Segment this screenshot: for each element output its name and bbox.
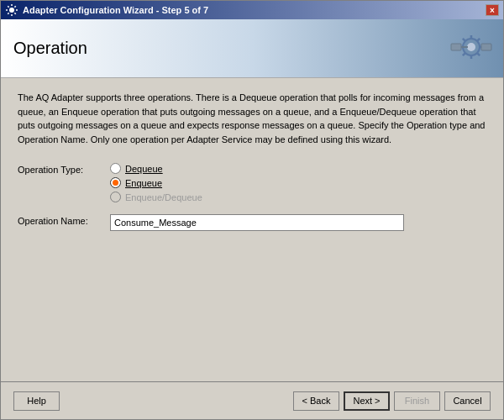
finish-button: Finish (394, 391, 440, 411)
footer-left: Help (13, 391, 60, 411)
svg-rect-3 (451, 44, 461, 50)
operation-name-label: Operation Name: (18, 214, 110, 226)
radio-dequeue-btn[interactable] (110, 163, 121, 174)
help-button[interactable]: Help (13, 391, 60, 411)
next-button[interactable]: Next > (344, 391, 390, 411)
radio-enqueue-dequeue-btn (110, 192, 121, 202)
header-banner: Operation (1, 19, 503, 78)
operation-type-row: Operation Type: Dequeue Enqueue Enqueue/… (18, 163, 486, 202)
wizard-window: Adapter Configuration Wizard - Step 5 of… (0, 0, 504, 420)
footer: Help < Back Next > Finish Cancel (1, 381, 503, 419)
svg-point-2 (467, 43, 475, 51)
radio-dequeue[interactable]: Dequeue (110, 163, 202, 174)
svg-point-0 (9, 8, 14, 13)
title-icon (5, 3, 18, 17)
cancel-button[interactable]: Cancel (444, 391, 491, 411)
operation-type-controls: Dequeue Enqueue Enqueue/Dequeue (110, 163, 202, 202)
operation-name-input[interactable] (110, 214, 404, 231)
header-gear-icon (444, 24, 495, 76)
svg-rect-4 (481, 44, 491, 50)
window-title: Adapter Configuration Wizard - Step 5 of… (23, 5, 208, 15)
radio-enqueue[interactable]: Enqueue (110, 177, 202, 188)
back-button[interactable]: < Back (293, 391, 339, 411)
content-area: The AQ Adapter supports three operations… (1, 78, 503, 381)
description-text: The AQ Adapter supports three operations… (18, 91, 486, 146)
radio-enqueue-label[interactable]: Enqueue (125, 178, 162, 188)
title-bar: Adapter Configuration Wizard - Step 5 of… (1, 1, 503, 19)
radio-enqueue-btn[interactable] (110, 177, 121, 188)
radio-enqueue-dequeue-label: Enqueue/Dequeue (125, 192, 202, 202)
radio-enqueue-dequeue: Enqueue/Dequeue (110, 192, 202, 202)
close-button[interactable]: × (486, 4, 499, 16)
header-title: Operation (13, 39, 87, 58)
footer-right: < Back Next > Finish Cancel (293, 391, 491, 411)
title-bar-left: Adapter Configuration Wizard - Step 5 of… (5, 3, 208, 17)
radio-dequeue-label[interactable]: Dequeue (125, 164, 163, 174)
operation-type-label: Operation Type: (18, 163, 110, 175)
operation-name-row: Operation Name: (18, 214, 486, 231)
